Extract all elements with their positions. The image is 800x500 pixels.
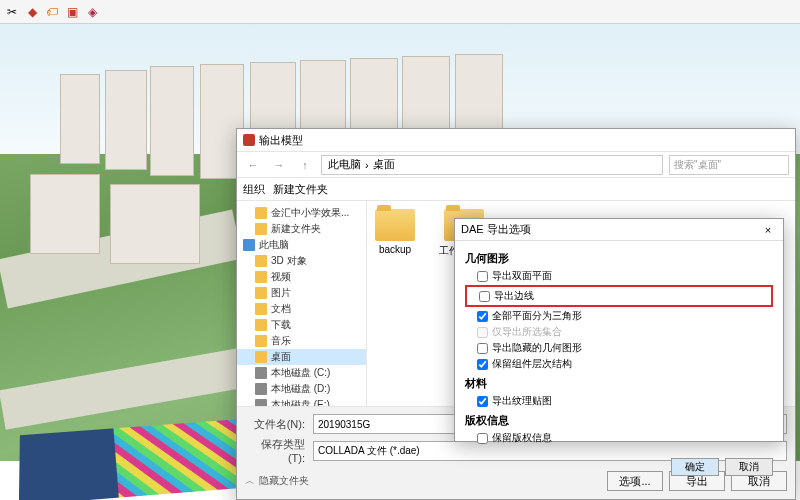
breadcrumb-part[interactable]: 桌面 bbox=[373, 157, 395, 172]
chevron-up-icon: ︿ bbox=[245, 474, 255, 488]
option-label: 保留版权信息 bbox=[492, 431, 552, 445]
dialog-titlebar[interactable]: 输出模型 bbox=[237, 129, 795, 151]
cube-icon[interactable]: ▣ bbox=[64, 4, 80, 20]
folder-icon bbox=[255, 271, 267, 283]
folder-icon bbox=[255, 255, 267, 267]
folder-icon bbox=[255, 335, 267, 347]
tree-item-label: 新建文件夹 bbox=[271, 222, 321, 236]
drive-icon bbox=[255, 383, 267, 395]
pc-icon bbox=[243, 239, 255, 251]
options-titlebar[interactable]: DAE 导出选项 × bbox=[455, 219, 783, 241]
tree-item[interactable]: 视频 bbox=[237, 269, 366, 285]
tree-item[interactable]: 此电脑 bbox=[237, 237, 366, 253]
nav-row: ← → ↑ 此电脑 › 桌面 搜索"桌面" bbox=[237, 151, 795, 177]
drive-icon bbox=[255, 399, 267, 406]
folder-icon bbox=[255, 223, 267, 235]
file-item[interactable]: backup bbox=[375, 209, 415, 255]
search-input[interactable]: 搜索"桌面" bbox=[669, 155, 789, 175]
file-label: backup bbox=[379, 244, 411, 255]
tree-item[interactable]: 下载 bbox=[237, 317, 366, 333]
new-folder-button[interactable]: 新建文件夹 bbox=[273, 182, 328, 197]
folder-icon bbox=[375, 209, 415, 241]
tree-item[interactable]: 本地磁盘 (C:) bbox=[237, 365, 366, 381]
tree-item-label: 图片 bbox=[271, 286, 291, 300]
tree-item[interactable]: 桌面 bbox=[237, 349, 366, 365]
tree-item[interactable]: 金汇中小学效果... bbox=[237, 205, 366, 221]
dialog-title: 输出模型 bbox=[259, 133, 303, 148]
tree-item[interactable]: 3D 对象 bbox=[237, 253, 366, 269]
building bbox=[105, 70, 147, 170]
savetype-label: 保存类型(T): bbox=[245, 437, 305, 464]
paint-icon[interactable]: ◆ bbox=[24, 4, 40, 20]
back-icon[interactable]: ← bbox=[243, 155, 263, 175]
tree-item[interactable]: 图片 bbox=[237, 285, 366, 301]
option-label: 导出隐藏的几何图形 bbox=[492, 341, 582, 355]
tree-item[interactable]: 本地磁盘 (D:) bbox=[237, 381, 366, 397]
option-item[interactable]: 导出边线 bbox=[467, 288, 771, 304]
option-item[interactable]: 导出双面平面 bbox=[465, 268, 773, 284]
option-label: 仅导出所选集合 bbox=[492, 325, 562, 339]
app-icon bbox=[243, 134, 255, 146]
tree-item-label: 音乐 bbox=[271, 334, 291, 348]
breadcrumb[interactable]: 此电脑 › 桌面 bbox=[321, 155, 663, 175]
main-toolbar: ✂ ◆ 🏷 ▣ ◈ bbox=[0, 0, 800, 24]
option-group-geometry: 几何图形 bbox=[465, 251, 773, 266]
up-icon[interactable]: ↑ bbox=[295, 155, 315, 175]
tree-item-label: 本地磁盘 (C:) bbox=[271, 366, 330, 380]
drive-icon bbox=[255, 367, 267, 379]
dae-options-dialog: DAE 导出选项 × 几何图形导出双面平面导出边线全部平面分为三角形仅导出所选集… bbox=[454, 218, 784, 442]
option-checkbox[interactable] bbox=[477, 433, 488, 444]
option-checkbox[interactable] bbox=[479, 291, 490, 302]
highlight-annotation: 导出边线 bbox=[465, 285, 773, 307]
option-checkbox[interactable] bbox=[477, 396, 488, 407]
command-row: 组织 新建文件夹 bbox=[237, 177, 795, 201]
tree-item[interactable]: 音乐 bbox=[237, 333, 366, 349]
option-checkbox[interactable] bbox=[477, 271, 488, 282]
option-label: 保留组件层次结构 bbox=[492, 357, 572, 371]
cancel-button[interactable]: 取消 bbox=[725, 458, 773, 476]
option-item: 仅导出所选集合 bbox=[465, 324, 773, 340]
forward-icon[interactable]: → bbox=[269, 155, 289, 175]
scissors-icon[interactable]: ✂ bbox=[4, 4, 20, 20]
organize-menu[interactable]: 组织 bbox=[243, 182, 265, 197]
option-label: 全部平面分为三角形 bbox=[492, 309, 582, 323]
building bbox=[402, 56, 450, 138]
option-item[interactable]: 保留组件层次结构 bbox=[465, 356, 773, 372]
option-label: 导出边线 bbox=[494, 289, 534, 303]
option-item[interactable]: 保留版权信息 bbox=[465, 430, 773, 446]
tree-item-label: 文档 bbox=[271, 302, 291, 316]
tree-item-label: 本地磁盘 (D:) bbox=[271, 382, 330, 396]
option-item[interactable]: 导出纹理贴图 bbox=[465, 393, 773, 409]
tree-item-label: 桌面 bbox=[271, 350, 291, 364]
option-checkbox[interactable] bbox=[477, 311, 488, 322]
folder-icon bbox=[255, 303, 267, 315]
option-checkbox[interactable] bbox=[477, 359, 488, 370]
building bbox=[30, 174, 100, 254]
gem-icon[interactable]: ◈ bbox=[84, 4, 100, 20]
option-item[interactable]: 全部平面分为三角形 bbox=[465, 308, 773, 324]
option-label: 导出双面平面 bbox=[492, 269, 552, 283]
folder-icon bbox=[255, 319, 267, 331]
folder-icon bbox=[255, 207, 267, 219]
breadcrumb-part[interactable]: 此电脑 bbox=[328, 157, 361, 172]
option-group-material: 材料 bbox=[465, 376, 773, 391]
tag-icon[interactable]: 🏷 bbox=[44, 4, 60, 20]
tree-item[interactable]: 新建文件夹 bbox=[237, 221, 366, 237]
hide-folders-toggle[interactable]: ︿ 隐藏文件夹 bbox=[245, 471, 309, 491]
tree-item-label: 3D 对象 bbox=[271, 254, 307, 268]
tree-item-label: 视频 bbox=[271, 270, 291, 284]
tree-item-label: 此电脑 bbox=[259, 238, 289, 252]
folder-tree[interactable]: 金汇中小学效果...新建文件夹此电脑3D 对象视频图片文档下载音乐桌面本地磁盘 … bbox=[237, 201, 367, 406]
option-label: 导出纹理贴图 bbox=[492, 394, 552, 408]
tree-item[interactable]: 本地磁盘 (E:) bbox=[237, 397, 366, 406]
option-item[interactable]: 导出隐藏的几何图形 bbox=[465, 340, 773, 356]
option-group-credits: 版权信息 bbox=[465, 413, 773, 428]
tree-item-label: 下载 bbox=[271, 318, 291, 332]
building bbox=[150, 66, 194, 176]
tree-item[interactable]: 文档 bbox=[237, 301, 366, 317]
option-checkbox[interactable] bbox=[477, 343, 488, 354]
options-title: DAE 导出选项 bbox=[461, 222, 531, 237]
close-icon[interactable]: × bbox=[759, 221, 777, 239]
ok-button[interactable]: 确定 bbox=[671, 458, 719, 476]
chevron-right-icon: › bbox=[365, 159, 369, 171]
